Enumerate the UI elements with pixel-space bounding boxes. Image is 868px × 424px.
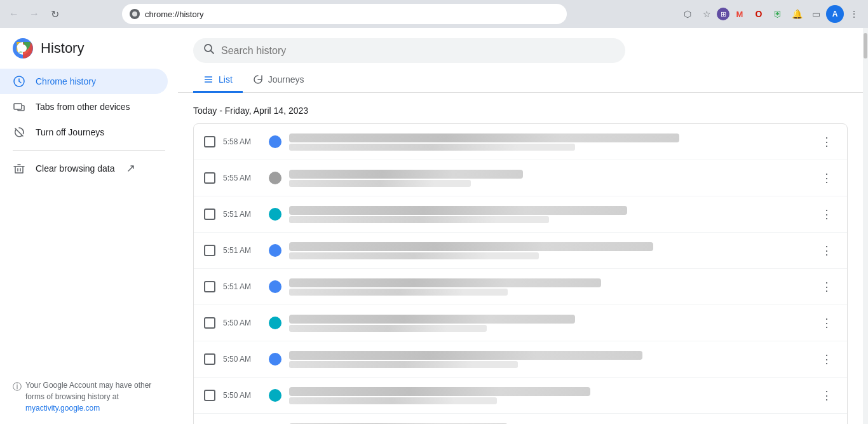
history-item-more-button[interactable]: ⋮ [817, 168, 837, 188]
history-item-time: 5:55 AM [223, 174, 261, 182]
history-item-url [289, 289, 508, 296]
clear-browsing-data-label: Clear browsing data [36, 163, 115, 174]
history-item-url [289, 325, 487, 332]
history-item-time: 5:51 AM [223, 210, 261, 219]
tab-journeys[interactable]: Journeys [243, 68, 315, 93]
search-bar-area [178, 28, 863, 63]
external-link-icon [126, 164, 135, 173]
shield-extension-icon[interactable]: ⛨ [769, 5, 787, 23]
chrome-menu-button[interactable]: ⋮ [845, 5, 863, 23]
window-icon[interactable]: ▭ [807, 5, 825, 23]
back-button[interactable]: ← [5, 5, 23, 23]
main-area: List Journeys Today - Friday, April 14, … [178, 28, 863, 424]
history-item-checkbox[interactable] [204, 390, 215, 401]
browser-chrome: ← → ↻ chrome://history ⬡ ☆ ⊞ M O ⛨ 🔔 ▭ A… [0, 0, 868, 28]
history-item-title [289, 133, 679, 142]
svg-point-3 [19, 44, 27, 52]
history-item-content [289, 242, 809, 259]
forward-button[interactable]: → [25, 5, 43, 23]
sidebar-item-tabs-other-devices[interactable]: Tabs from other devices [0, 94, 168, 120]
search-input[interactable] [221, 45, 615, 57]
chrome-history-icon [13, 75, 25, 88]
history-item: 5:51 AM ⋮ [194, 196, 847, 233]
history-item-url [289, 361, 518, 368]
svg-line-12 [211, 51, 214, 54]
page-scrollbar-thumb [864, 33, 867, 58]
history-item-checkbox[interactable] [204, 209, 215, 220]
history-item-time: 5:50 AM [223, 318, 261, 327]
history-item-time: 5:50 AM [223, 391, 261, 400]
history-item-checkbox[interactable] [204, 136, 215, 147]
page-scrollbar[interactable] [863, 28, 868, 424]
history-item-favicon [269, 353, 281, 366]
history-item-time: 5:51 AM [223, 282, 261, 291]
history-item-title [289, 278, 601, 287]
history-item-time: 5:51 AM [223, 246, 261, 255]
history-item-more-button[interactable]: ⋮ [817, 240, 837, 261]
tab-journeys-label: Journeys [268, 74, 304, 85]
extension-icon-1[interactable]: ⊞ [717, 8, 729, 20]
cast-icon[interactable]: ⬡ [679, 5, 696, 23]
sidebar-divider [13, 150, 165, 151]
history-item: 5:50 AM ⋮ [194, 378, 847, 414]
tabs-other-devices-icon [13, 100, 25, 113]
history-list-container[interactable]: Today - Friday, April 14, 2023 5:58 AM ⋮ [178, 93, 863, 424]
history-item-more-button[interactable]: ⋮ [817, 277, 837, 297]
tab-list[interactable]: List [193, 68, 243, 93]
search-input-wrap[interactable] [193, 38, 625, 63]
history-item-time: 5:58 AM [223, 137, 261, 146]
history-item-more-button[interactable]: ⋮ [817, 349, 837, 369]
history-item-title [289, 242, 653, 251]
history-item-checkbox[interactable] [204, 281, 215, 292]
turn-off-journeys-icon [13, 126, 25, 139]
search-icon [203, 43, 215, 58]
history-item-url [289, 180, 471, 187]
clear-browsing-data-icon [13, 162, 25, 175]
sidebar-item-chrome-history[interactable]: Chrome history [0, 69, 168, 94]
history-item-url [289, 252, 539, 259]
history-item-more-button[interactable]: ⋮ [817, 421, 837, 424]
sidebar: History Chrome history Tabs from other d… [0, 28, 178, 424]
history-item: 5:50 AM ⋮ [194, 305, 847, 341]
omnibox[interactable]: chrome://history [122, 4, 567, 24]
history-item-favicon [269, 317, 281, 329]
history-item-title [289, 315, 575, 324]
history-item-url [289, 216, 549, 223]
sidebar-item-clear-browsing-data[interactable]: Clear browsing data [0, 156, 168, 181]
reload-button[interactable]: ↻ [46, 5, 64, 23]
history-item-checkbox[interactable] [204, 245, 215, 256]
history-item-checkbox[interactable] [204, 172, 215, 184]
sidebar-footer: ⓘ Your Google Account may have other for… [0, 369, 178, 424]
history-item-favicon [269, 135, 281, 148]
opera-extension-icon[interactable]: O [750, 5, 768, 23]
profile-button[interactable]: A [826, 5, 844, 23]
history-item-checkbox[interactable] [204, 353, 215, 365]
history-item-more-button[interactable]: ⋮ [817, 313, 837, 333]
history-item-url [289, 397, 497, 404]
myactivity-link[interactable]: myactivity.google.com [25, 404, 100, 413]
journeys-tab-icon [253, 74, 263, 85]
tab-list-label: List [219, 74, 233, 85]
sidebar-item-turn-off-journeys[interactable]: Turn off Journeys [0, 120, 168, 145]
svg-rect-5 [14, 104, 22, 109]
history-item-more-button[interactable]: ⋮ [817, 385, 837, 406]
history-item-more-button[interactable]: ⋮ [817, 204, 837, 224]
history-item-content [289, 206, 809, 223]
history-item-more-button[interactable]: ⋮ [817, 132, 837, 152]
svg-point-0 [132, 11, 137, 17]
bell-extension-icon[interactable]: 🔔 [788, 5, 806, 23]
history-item-title [289, 206, 627, 215]
history-item-favicon [269, 280, 281, 293]
bookmark-icon[interactable]: ☆ [698, 5, 715, 23]
history-item: 5:51 AM ⋮ [194, 269, 847, 305]
omnibox-url: chrome://history [145, 10, 559, 19]
list-tab-icon [203, 74, 214, 85]
tabs-other-devices-label: Tabs from other devices [36, 102, 130, 112]
history-item-checkbox[interactable] [204, 317, 215, 329]
gmail-extension-icon[interactable]: M [731, 5, 749, 23]
history-item-favicon [269, 389, 281, 402]
history-item-content [289, 315, 809, 332]
history-item: 5:50 AM ⋮ [194, 341, 847, 378]
sidebar-title: History [41, 40, 84, 57]
history-item-content [289, 387, 809, 404]
